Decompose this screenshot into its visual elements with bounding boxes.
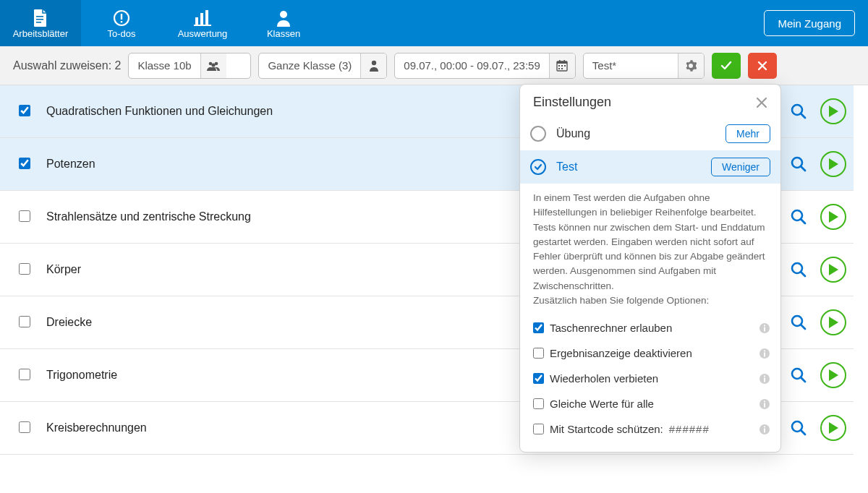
option-row[interactable]: Ergebnisanzeige deaktivieren: [533, 340, 770, 366]
svg-rect-22: [558, 68, 560, 69]
top-navigation: Arbeitsblätter To-dos Auswertung Klassen…: [0, 0, 868, 46]
preview-button[interactable]: [790, 366, 807, 384]
svg-marker-26: [829, 106, 838, 117]
info-icon[interactable]: [759, 424, 770, 435]
preview-button[interactable]: [790, 419, 807, 437]
start-button[interactable]: [820, 309, 846, 335]
svg-rect-52: [764, 377, 765, 382]
confirm-button[interactable]: [712, 53, 741, 79]
option-row[interactable]: Taschenrechner erlauben: [533, 315, 770, 340]
settings-popover: Einstellungen Übung Mehr Test Weniger In…: [519, 84, 781, 453]
group-icon: [200, 53, 226, 78]
assignment-toolbar: Auswahl zuweisen: 2 Klasse 10b Ganze Kla…: [0, 46, 868, 85]
my-account-button[interactable]: Mein Zugang: [764, 10, 855, 36]
tab-label: Klassen: [267, 28, 300, 39]
class-value: Klasse 10b: [129, 53, 200, 78]
worksheet-checkbox[interactable]: [19, 210, 30, 224]
start-button[interactable]: [820, 362, 846, 388]
svg-rect-9: [194, 25, 211, 26]
option-checkbox[interactable]: [533, 373, 544, 384]
info-icon[interactable]: [759, 373, 770, 385]
gear-icon: [678, 53, 704, 78]
preview-button[interactable]: [790, 103, 807, 120]
mode-exercise-more-button[interactable]: Mehr: [726, 124, 770, 143]
svg-rect-2: [36, 22, 41, 23]
mode-picker[interactable]: Test*: [583, 53, 705, 79]
worksheet-title: Trigonometrie: [46, 369, 117, 382]
svg-rect-17: [559, 60, 561, 63]
option-startcode[interactable]: Mit Startcode schützen: ######: [533, 416, 770, 442]
svg-point-13: [212, 63, 216, 67]
svg-marker-29: [829, 158, 838, 170]
mode-exercise[interactable]: Übung Mehr: [520, 117, 780, 150]
svg-line-43: [801, 430, 805, 434]
option-label: Wiederholen verbieten: [550, 372, 658, 385]
info-icon[interactable]: [759, 322, 770, 334]
account-label: Mein Zugang: [778, 17, 841, 30]
worksheet-title: Quadratischen Funktionen und Gleichungen: [46, 105, 273, 118]
option-label: Gleiche Werte für alle: [550, 398, 654, 410]
svg-marker-41: [829, 369, 838, 381]
tab-classes[interactable]: Klassen: [243, 0, 324, 46]
svg-line-25: [801, 113, 805, 118]
svg-line-28: [801, 166, 805, 171]
option-row[interactable]: Wiederholen verbieten: [533, 366, 770, 391]
tab-worksheets[interactable]: Arbeitsblätter: [0, 0, 81, 46]
cancel-button[interactable]: [748, 53, 777, 79]
group-picker[interactable]: Ganze Klasse (3): [258, 53, 387, 79]
option-row[interactable]: Gleiche Werte für alle: [533, 391, 770, 416]
popover-close-button[interactable]: [754, 95, 769, 110]
start-button[interactable]: [820, 151, 846, 177]
option-startcode-label: Mit Startcode schützen:: [550, 423, 663, 435]
play-icon: [828, 158, 838, 170]
option-label: Taschenrechner erlauben: [550, 322, 672, 334]
option-checkbox[interactable]: [533, 322, 544, 333]
worksheet-checkbox[interactable]: [19, 263, 30, 277]
preview-button[interactable]: [790, 208, 807, 226]
start-button[interactable]: [820, 257, 846, 283]
date-picker[interactable]: 09.07., 00:00 - 09.07., 23:59: [394, 53, 575, 79]
svg-rect-8: [205, 10, 208, 25]
play-icon: [828, 211, 838, 223]
mode-test-label: Test: [556, 160, 577, 173]
option-checkbox[interactable]: [533, 398, 544, 409]
worksheet-title: Dreiecke: [46, 316, 92, 329]
svg-rect-0: [36, 16, 43, 17]
worksheet-checkbox[interactable]: [19, 421, 30, 435]
worksheet-checkbox[interactable]: [19, 105, 30, 119]
worksheet-checkbox[interactable]: [19, 158, 30, 171]
worksheet-checkbox[interactable]: [19, 369, 30, 382]
mode-test[interactable]: Test Weniger: [520, 150, 780, 184]
play-icon: [828, 422, 838, 434]
svg-rect-56: [764, 400, 765, 402]
svg-rect-4: [121, 14, 122, 20]
start-button[interactable]: [820, 204, 846, 230]
class-picker[interactable]: Klasse 10b: [128, 53, 251, 79]
mode-test-less-button[interactable]: Weniger: [711, 158, 770, 176]
date-value: 09.07., 00:00 - 09.07., 23:59: [395, 53, 548, 78]
svg-rect-58: [764, 428, 765, 432]
preview-button[interactable]: [790, 261, 807, 278]
start-button[interactable]: [820, 98, 846, 124]
settings-title: Einstellungen: [533, 95, 611, 110]
preview-button[interactable]: [790, 155, 807, 173]
option-startcode-checkbox[interactable]: [533, 424, 544, 434]
preview-button[interactable]: [790, 314, 807, 331]
info-icon[interactable]: [759, 348, 770, 359]
info-icon[interactable]: [759, 398, 770, 410]
tab-todos[interactable]: To-dos: [81, 0, 162, 46]
svg-rect-23: [561, 68, 563, 69]
check-icon: [719, 59, 733, 73]
svg-line-40: [801, 377, 805, 382]
svg-rect-50: [764, 350, 765, 351]
svg-rect-47: [764, 325, 765, 326]
worksheet-checkbox[interactable]: [19, 316, 30, 330]
startcode-value: ######: [669, 423, 710, 435]
svg-line-31: [801, 219, 805, 223]
tab-reports[interactable]: Auswertung: [162, 0, 243, 46]
option-checkbox[interactable]: [533, 348, 544, 359]
svg-rect-16: [557, 61, 567, 64]
close-icon: [754, 95, 769, 110]
start-button[interactable]: [820, 415, 846, 441]
radio-unchecked-icon: [530, 126, 546, 142]
